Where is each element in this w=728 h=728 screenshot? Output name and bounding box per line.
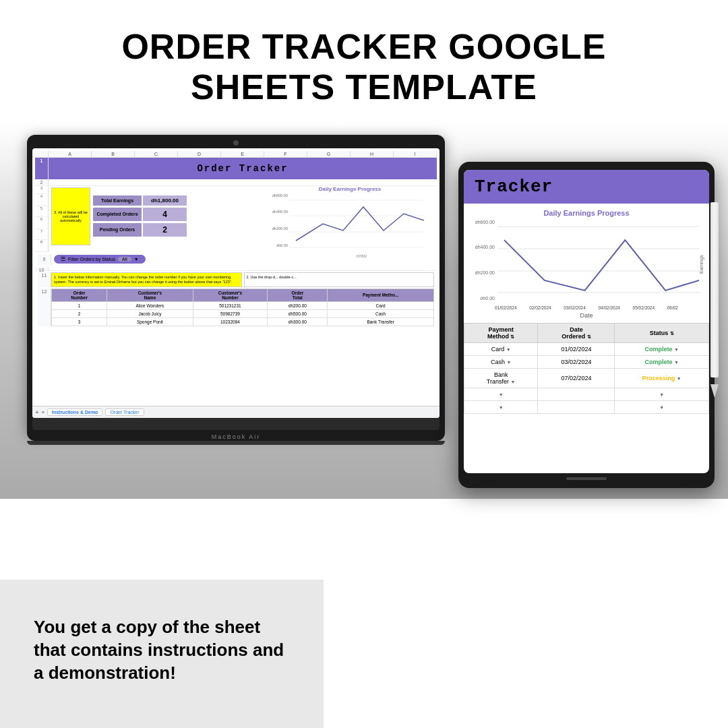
status-dropdown-2[interactable]: ▼: [674, 360, 679, 365]
ss-tab-instructions[interactable]: Instructions & Demo: [47, 408, 102, 416]
ss-td-name-1: Alice Wonders: [107, 301, 193, 309]
ss-col-a: A: [49, 151, 92, 157]
tablet-data-table: PaymentMethod ⇅ DateOrdered ⇅ Status ⇅ C…: [464, 323, 709, 414]
tablet-table-row: Cash ▼ 03/02/2024 Complete ▼: [464, 355, 709, 368]
tablet-th-date: DateOrdered ⇅: [538, 323, 615, 342]
status-badge-processing: Processing: [642, 375, 675, 382]
dropdown-icon[interactable]: ▼: [511, 380, 516, 384]
ss-chart-y-labels: dh600.00 dh400.00 dh200.00 dh0.00: [266, 193, 289, 247]
ss-td-payment-2: Cash: [328, 309, 434, 317]
ss-chart-x-label: 07/01/: [266, 254, 434, 258]
status-dropdown-4[interactable]: ▼: [659, 392, 664, 397]
ss-col-i: I: [394, 151, 437, 157]
ss-row-2: 2: [35, 179, 49, 185]
status-dropdown-5[interactable]: ▼: [659, 405, 664, 410]
tablet-date-4: 04/02/2024: [598, 305, 620, 310]
tablet-date-3: 03/02/2024: [564, 305, 586, 310]
tablet-y-0: dh0.00: [469, 296, 495, 301]
page-title: ORDER TRACKER GOOGLE SHEETS TEMPLATE: [54, 27, 674, 108]
dropdown-icon[interactable]: ▼: [499, 392, 504, 397]
ss-table-header-row: 12 OrderNumber Customer'sName Customer's…: [38, 289, 434, 326]
ss-row-1-num: 1: [35, 158, 49, 179]
dropdown-icon[interactable]: ▼: [506, 347, 511, 352]
tablet-header: Tracker: [464, 170, 709, 204]
dropdown-icon[interactable]: ▼: [506, 360, 511, 365]
ss-tab-add[interactable]: +: [35, 408, 39, 416]
tablet-table-row: Card ▼ 01/02/2024 Complete ▼: [464, 342, 709, 355]
tablet-td-status-2: Complete ▼: [615, 355, 709, 368]
laptop-base: [32, 418, 439, 430]
devices-section: A B C D E F G H I 1 Order Tracker: [0, 121, 728, 499]
tablet-td-status-5: ▼: [615, 400, 709, 413]
tablet-date-6: 06/02: [667, 305, 678, 310]
tablet-home-bar: [566, 477, 607, 480]
ss-completed-value: 4: [143, 208, 187, 221]
ss-total-earnings-value: dh1,800.00: [143, 195, 187, 206]
bottom-description: You get a copy of the sheet that contain…: [34, 616, 290, 684]
ss-td-order-3: 3: [52, 317, 107, 326]
spreadsheet: A B C D E F G H I 1 Order Tracker: [32, 148, 439, 418]
tablet-device: Tracker Daily Earnings Progress dh600.00…: [458, 162, 715, 488]
tablet-y-600: dh600.00: [469, 220, 495, 224]
ss-tab-menu[interactable]: ≡: [42, 410, 44, 415]
status-badge-complete-1: Complete: [644, 346, 672, 353]
tablet-td-date-4: [538, 388, 615, 400]
ss-tab-bar: + ≡ Instructions & Demo Order Tracker: [32, 406, 439, 418]
ss-row-nums-3-8: 3 4 5 6 7 8: [35, 186, 49, 252]
tablet-chart-svg: [497, 220, 699, 304]
ss-instructions-box2: 2. Use the drop-d... double-c...: [244, 272, 435, 287]
ss-row-12: 12: [38, 289, 51, 326]
tablet-th-status: Status ⇅: [615, 323, 709, 342]
ss-td-name-2: Jacob Juicy: [107, 309, 193, 317]
ss-td-order-1: 1: [52, 301, 107, 309]
ss-row-11: 11: [38, 272, 51, 287]
laptop-screen-outer: A B C D E F G H I 1 Order Tracker: [27, 135, 445, 433]
ss-filter-bar[interactable]: ☰ Filter Orders by Status All ▼: [54, 255, 146, 264]
ss-col-e: E: [221, 151, 264, 157]
tablet-td-method-1: Card ▼: [464, 342, 538, 355]
ss-pending-value: 2: [143, 223, 187, 237]
tablet-td-date-5: [538, 400, 615, 413]
tablet-chart-area: dh600.00 dh400.00 dh200.00 dh0.00: [464, 220, 709, 304]
ss-filter-label: Filter Orders by Status: [68, 257, 115, 262]
laptop-camera: [233, 140, 239, 146]
tablet-date-labels: 01/02/2024 02/02/2024 03/02/2024 04/02/2…: [464, 304, 709, 310]
laptop-foot: [27, 441, 445, 445]
ss-td-num-2: 50982739: [193, 309, 268, 317]
tablet-y-axis-label: Earnings: [699, 220, 704, 274]
status-dropdown-1[interactable]: ▼: [674, 347, 679, 352]
ss-tab-order-tracker[interactable]: Order Tracker: [105, 408, 144, 416]
tablet-table-row: BankTransfer ▼ 07/02/2024 Processing ▼: [464, 368, 709, 388]
ss-td-payment-1: Card: [328, 301, 434, 309]
tablet-td-date-2: 03/02/2024: [538, 355, 615, 368]
tablet-y-200: dh200.00: [469, 270, 495, 275]
tablet-table-row: ▼ ▼: [464, 400, 709, 413]
ss-auto-note: 3. All of these will be calculated autom…: [51, 187, 90, 245]
ss-total-earnings-label: Total Earnings: [93, 195, 142, 206]
table-row: 3 Sponge Ponit 10232084 dh300.00 Bank Tr…: [52, 317, 434, 326]
tablet-td-method-3: BankTransfer ▼: [464, 368, 538, 388]
tablet-table-row: ▼ ▼: [464, 388, 709, 400]
tablet-td-method-2: Cash ▼: [464, 355, 538, 368]
ss-filter-value: All: [118, 257, 131, 262]
tablet-chart-y-labels: dh600.00 dh400.00 dh200.00 dh0.00: [469, 220, 497, 301]
laptop-brand-label: MacBook Air: [212, 433, 261, 440]
ss-col-d: D: [178, 151, 221, 157]
stylus: [708, 202, 721, 404]
ss-td-name-3: Sponge Ponit: [107, 317, 193, 326]
bottom-section: You get a copy of the sheet that contain…: [0, 580, 324, 728]
ss-completed-label: Completed Orders: [93, 208, 142, 221]
tablet-date-5: 05/02/2024: [633, 305, 655, 310]
status-badge-complete-2: Complete: [644, 359, 672, 365]
status-dropdown-3[interactable]: ▼: [677, 376, 681, 381]
dropdown-icon[interactable]: ▼: [499, 405, 504, 410]
ss-row-9: 9: [38, 254, 51, 265]
ss-chart-svg: [289, 193, 424, 254]
tablet-th-payment: PaymentMethod ⇅: [464, 323, 538, 342]
ss-td-order-2: 2: [52, 309, 107, 317]
tablet-td-method-4: ▼: [464, 388, 538, 400]
ss-instructions-row: 11 1. Insert the below information manua…: [38, 272, 434, 287]
ss-chart-title: Daily Earnings Progress: [266, 186, 434, 192]
laptop-bottom: MacBook Air: [27, 433, 445, 441]
ss-td-total-2: dh500.00: [268, 309, 328, 317]
